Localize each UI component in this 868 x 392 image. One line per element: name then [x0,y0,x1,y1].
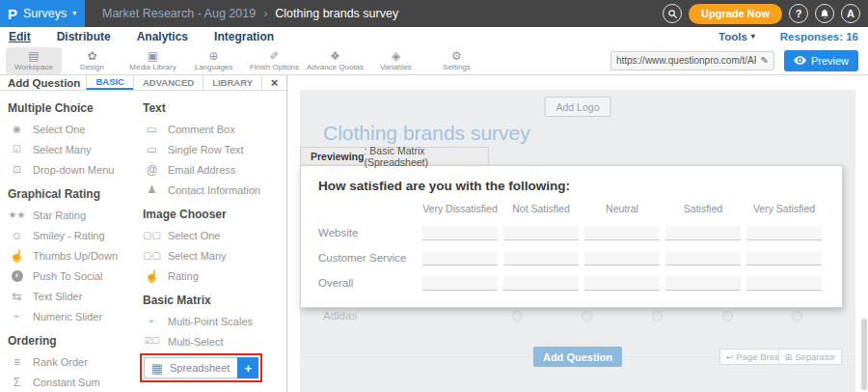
panel-item-select-one[interactable]: ◉ Select One [8,119,143,139]
panel-item-numeric-slider[interactable]: ◦▪◦ Numeric Slider [8,306,143,326]
nav-tabs-bar: Edit Distribute Analytics Integration To… [0,27,868,46]
panel-item-thumbs-up-down[interactable]: ☝ Thumbs Up/Down [8,245,143,266]
panel-item-multi-select[interactable]: ☑☐ Multi-Select [143,331,286,351]
panel-item-contact-information[interactable]: ♟ Contact Information [143,180,286,200]
toolbar-item-variables[interactable]: ◈ Variables [366,47,426,74]
toolbar-item-media-library[interactable]: ▣ Media Library [122,47,183,74]
panel-item-text-slider[interactable]: ⇆ Text Slider [8,286,143,306]
panel-item-star-rating[interactable]: ★★ Star Rating [8,205,143,225]
help-button[interactable]: ? [789,4,808,23]
breadcrumb-folder[interactable]: Market Research - Aug 2019 [102,7,256,20]
panel-item-comment-box[interactable]: ▭ Comment Box [143,119,286,139]
tab-advanced[interactable]: ADVANCED [133,75,203,90]
radio-button[interactable] [792,311,802,322]
panel-item-single-row-text[interactable]: ▭ Single Row Text [143,139,286,159]
toolbar-item-settings[interactable]: ⚙ Settings [426,47,487,74]
numeric-slider-icon: ◦▪◦ [8,313,26,321]
spreadsheet-cell-input[interactable] [746,226,822,240]
panel-item-image-rating[interactable]: ☝ Rating [143,266,286,286]
tab-distribute[interactable]: Distribute [57,30,111,43]
nav-tabs: Edit Distribute Analytics Integration [0,30,274,43]
toolbar-item-languages[interactable]: ⊕ Languages [183,47,244,74]
section-heading-image-chooser: Image Chooser [143,208,286,221]
spreadsheet-cell-input[interactable] [422,226,498,240]
tab-analytics[interactable]: Analytics [137,30,188,43]
panel-item-image-select-many[interactable]: ▢▢ Select Many [143,245,286,266]
spreadsheet-cell-input[interactable] [665,226,741,240]
advance-quotas-icon: ❖ [330,50,340,62]
radio-button[interactable] [722,311,733,322]
breadcrumb-current-survey[interactable]: Clothing brands survey [275,7,398,20]
panel-item-dropdown-menu[interactable]: ⊡ Drop-down Menu [8,159,143,180]
close-icon[interactable]: × [261,75,286,90]
responses-count[interactable]: Responses: 16 [780,31,858,42]
tab-library[interactable]: LIBRARY [203,75,261,90]
add-logo-button[interactable]: Add Logo [545,97,611,117]
image-pair-icon: ▢▢ [143,231,161,240]
search-button[interactable] [663,4,682,23]
survey-url-field[interactable]: https://www.questionpro.com/t/APNrFZ ✎ [610,51,774,70]
breadcrumb-separator-icon: › [263,7,267,20]
page-break-icon: ↩ [726,352,734,362]
separator-button[interactable]: ⊞ Separator [778,349,842,365]
matrix-column-header: Neutral [582,203,663,214]
content-area: Add Question BASIC ADVANCED LIBRARY × Mu… [0,75,868,392]
chevron-down-icon: ▾ [72,10,76,17]
toolbar-item-finish-options[interactable]: ✐ Finish Options [244,47,305,74]
separator-icon: ⊞ [785,352,793,362]
tab-basic[interactable]: BASIC [86,75,133,90]
account-avatar[interactable]: A [841,4,860,23]
spreadsheet-cell-input[interactable] [584,276,660,291]
radio-button[interactable] [512,311,523,322]
spreadsheet-cell-input[interactable] [746,251,822,266]
toolbar-item-design[interactable]: ✿ Design [62,47,122,74]
spreadsheet-cell-input[interactable] [584,226,660,240]
scrollbar-thumb[interactable] [861,319,867,390]
chevron-down-icon: ▾ [751,33,755,41]
spreadsheet-cell-input[interactable] [746,276,822,291]
spreadsheet-cell-input[interactable] [665,276,741,291]
tools-menu[interactable]: Tools ▾ [719,31,755,42]
spreadsheet-cell-input[interactable] [422,276,498,291]
preview-button[interactable]: Preview [784,50,858,71]
radio-button[interactable] [652,311,663,322]
add-spreadsheet-plus-button[interactable]: + [237,357,258,378]
notifications-button[interactable] [815,4,834,23]
background-question-row: Adidas [323,310,832,322]
multi-point-icon: ◦▪◦ [143,318,161,325]
spreadsheet-cell-input[interactable] [503,226,579,240]
topbar-actions: Upgrade Now ? A [663,4,860,24]
matrix-column-header: Not Satisfied [501,203,582,214]
panel-item-push-to-social[interactable]: ‹ Push To Social [8,266,143,286]
panel-item-image-select-one[interactable]: ▢▢ Select One [143,225,286,245]
section-heading-multiple-choice: Multiple Choice [8,101,143,115]
toolbar-item-advance-quotas[interactable]: ❖ Advance Quotas [305,47,366,74]
upgrade-now-button[interactable]: Upgrade Now [689,4,782,24]
panel-item-spreadsheet[interactable]: ▦ Spreadsheet + [144,357,258,378]
tab-edit[interactable]: Edit [9,30,31,43]
panel-item-smiley-rating[interactable]: ☺ Smiley - Rating [8,225,143,245]
panel-item-multi-point-scales[interactable]: ◦▪◦ Multi-Point Scales [143,311,286,331]
spreadsheet-cell-input[interactable] [665,251,741,266]
panel-item-rank-order[interactable]: ≡ Rank Order [8,351,143,372]
preview-popup-header: Previewing : Basic Matrix (Spreadsheet) [300,147,489,165]
panel-column-1: Multiple Choice ◉ Select One ☑ Select Ma… [8,94,143,392]
spreadsheet-cell-input[interactable] [422,251,498,266]
panel-item-select-many[interactable]: ☑ Select Many [8,139,143,159]
navbar-right: Tools ▾ Responses: 16 [719,31,858,42]
spreadsheet-cell-input[interactable] [503,251,579,266]
add-question-button[interactable]: Add Question [533,347,622,367]
edit-url-pencil-icon[interactable]: ✎ [760,55,768,66]
tab-integration[interactable]: Integration [214,30,274,43]
bell-icon [820,9,830,19]
survey-title[interactable]: Clothing brands survey [323,122,530,145]
panel-item-constant-sum[interactable]: Σ Constant Sum [8,372,143,392]
spreadsheet-cell-input[interactable] [584,251,660,266]
add-question-panel: Add Question BASIC ADVANCED LIBRARY × Mu… [0,75,287,392]
surveys-menu[interactable]: P Surveys ▾ [0,0,85,27]
toolbar-item-workspace[interactable]: ▤ Workspace [6,47,62,74]
spreadsheet-cell-input[interactable] [503,276,579,291]
radio-button[interactable] [582,311,592,322]
panel-item-email-address[interactable]: @ Email Address [143,159,286,180]
multi-select-icon: ☑☐ [143,337,161,346]
